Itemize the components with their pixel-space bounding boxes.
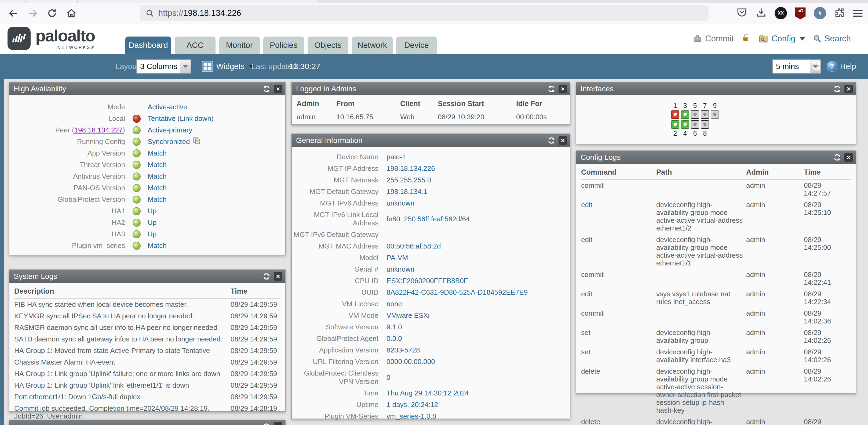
status-led-green — [132, 126, 141, 134]
help-button[interactable]: ? Help — [827, 61, 856, 72]
table-row: deletedeviceconfig high-availability gro… — [581, 416, 851, 425]
widget-close-button[interactable] — [274, 422, 282, 425]
lock-button[interactable] — [741, 33, 751, 45]
column-header[interactable]: Command — [581, 168, 656, 176]
search-button[interactable]: Search — [813, 34, 851, 44]
interface-port-9[interactable] — [711, 110, 719, 119]
ha-row: HA3Up — [9, 228, 285, 240]
reload-button[interactable] — [44, 6, 60, 21]
config-sync-icon[interactable] — [193, 137, 201, 147]
general-info-row: MGT IPv6 Link Local Addressfe80::250:56f… — [292, 209, 570, 229]
widget-refresh-button[interactable] — [547, 84, 556, 93]
tab-acc[interactable]: ACC — [175, 36, 216, 54]
ha-row: PAN-OS VersionMatch — [9, 182, 285, 194]
commit-button[interactable]: Commit — [693, 34, 734, 44]
layout-select-arrow[interactable] — [180, 59, 191, 74]
widget-refresh-button[interactable] — [262, 422, 271, 425]
widget-close-button[interactable] — [274, 272, 282, 281]
config-menu-button[interactable]: Config — [758, 34, 805, 44]
downloads-button[interactable] — [755, 7, 767, 20]
url-bar[interactable]: https://198.18.134.226 — [140, 5, 709, 21]
back-button[interactable] — [6, 6, 21, 21]
paloalto-wordmark: paloalto NETWORKS® — [35, 27, 95, 50]
table-cell: FIB HA sync started when local device be… — [14, 301, 230, 308]
ha-row: Peer (198.18.134.227)Active-primary — [9, 124, 285, 136]
column-header[interactable]: Path — [656, 168, 746, 176]
column-header[interactable]: Session Start — [438, 100, 516, 108]
widget-refresh-button[interactable] — [262, 84, 271, 93]
interface-port-2[interactable] — [671, 120, 679, 129]
tab-policies[interactable]: Policies — [263, 36, 304, 54]
extensions-button[interactable] — [834, 7, 845, 20]
column-header[interactable]: Client — [400, 100, 438, 108]
column-header[interactable]: Time — [804, 168, 851, 176]
widget-header: Config Logs — [576, 151, 856, 164]
peer-ip-link[interactable]: 198.18.134.227 — [74, 126, 123, 134]
home-button[interactable] — [64, 6, 79, 21]
url-text[interactable]: https://198.18.134.226 — [158, 8, 241, 18]
interface-port-1[interactable] — [671, 110, 679, 119]
ha-value: Match — [148, 242, 167, 250]
widgets-menu-button[interactable]: Widgets — [202, 61, 254, 72]
paloalto-logo-icon — [7, 27, 31, 50]
info-label: Model — [292, 254, 378, 262]
interface-port-5[interactable] — [691, 110, 699, 119]
widget-close-button[interactable] — [559, 136, 567, 145]
info-value: 0000.00.00.000 — [386, 358, 435, 366]
extension-cursor-button[interactable] — [814, 7, 826, 19]
interface-port-7[interactable] — [701, 110, 709, 119]
menu-button[interactable] — [853, 10, 863, 17]
table-cell: 08/29 14:22:41 — [804, 271, 851, 286]
ha-row: Threat VersionMatch — [9, 159, 285, 171]
column-header[interactable]: Idle For — [516, 100, 565, 108]
table-cell: Commit job succeeded. Completion time=20… — [14, 404, 230, 420]
paloalto-logo: paloalto NETWORKS® — [7, 27, 95, 50]
ha-value: Match — [148, 195, 167, 204]
column-header[interactable]: Description — [14, 287, 230, 295]
table-cell: 08/29 14:29:59 — [230, 347, 280, 355]
column-header[interactable]: Time — [230, 287, 280, 295]
interface-port-6[interactable] — [691, 120, 699, 129]
widget-header — [9, 420, 285, 425]
widget-refresh-button[interactable] — [262, 272, 271, 281]
general-info-row: UUID8A822F42-C631-9D80-525A-D184592EE7E9 — [292, 287, 570, 298]
page-refresh-button[interactable] — [811, 60, 822, 72]
ublock-origin-button[interactable]: uO — [795, 7, 806, 19]
widget-close-button[interactable] — [844, 85, 853, 93]
column-header[interactable]: Admin — [746, 168, 804, 176]
refresh-icon — [547, 85, 555, 93]
tab-network[interactable]: Network — [352, 36, 393, 54]
forward-button[interactable] — [25, 6, 40, 21]
pocket-button[interactable] — [736, 7, 748, 20]
general-info-row: Device Namepalo-1 — [292, 151, 570, 163]
interface-port-8[interactable] — [701, 120, 709, 129]
widget-system-logs: System Logs DescriptionTimeFIB HA sync s… — [9, 270, 286, 412]
widget-refresh-button[interactable] — [833, 153, 842, 162]
tab-device[interactable]: Device — [396, 36, 437, 54]
column-header[interactable]: Admin — [297, 100, 336, 108]
widget-close-button[interactable] — [274, 85, 282, 93]
admins-table: AdminFromClientSession StartIdle Foradmi… — [292, 95, 570, 123]
info-label: CPU ID — [292, 277, 378, 285]
interface-port-3[interactable] — [681, 110, 689, 119]
cursor-icon — [817, 10, 823, 17]
widget-refresh-button[interactable] — [833, 84, 842, 93]
tab-monitor[interactable]: Monitor — [219, 36, 260, 54]
widget-close-button[interactable] — [844, 153, 853, 162]
tab-objects[interactable]: Objects — [308, 36, 348, 54]
table-cell: 08/29 14:29:59 — [230, 312, 280, 320]
dashboard-toolbar: Layout: 3 Columns Widgets Last updated: … — [0, 54, 868, 79]
info-label: MGT Netmask — [292, 176, 378, 184]
column-header[interactable]: From — [336, 100, 400, 108]
ha-label: Peer (198.18.134.227) — [9, 126, 125, 134]
port-number: 5 — [690, 102, 700, 110]
layout-select[interactable]: 3 Columns — [136, 59, 191, 74]
widget-refresh-button[interactable] — [547, 136, 556, 145]
widget-close-button[interactable] — [559, 85, 567, 93]
interface-port-4[interactable] — [681, 120, 689, 129]
table-cell: admin — [297, 113, 336, 121]
close-icon — [276, 86, 280, 91]
table-row: HA Group 1: Moved from state Active-Prim… — [14, 345, 280, 357]
tab-dashboard[interactable]: Dashboard — [125, 36, 171, 54]
extension-xx-button[interactable]: XX — [775, 7, 787, 19]
